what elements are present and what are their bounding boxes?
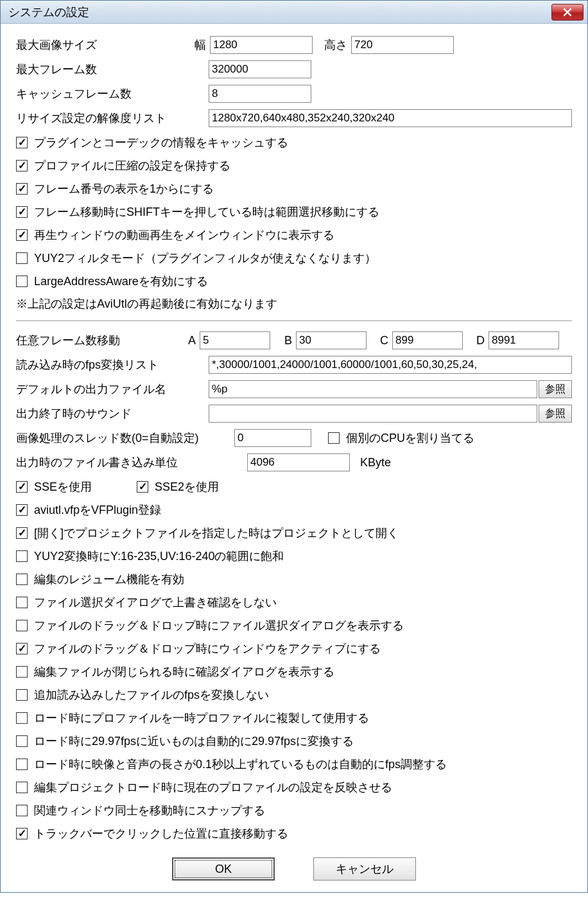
s1-cb-label-0[interactable]: プラグインとコーデックの情報をキャッシュする: [34, 135, 288, 150]
max-frames-input[interactable]: [209, 60, 311, 78]
ok-button[interactable]: OK: [172, 857, 275, 881]
s2-cb-checkbox-3[interactable]: [16, 574, 28, 585]
jump-c-label: C: [374, 334, 388, 347]
cpu-assign-label[interactable]: 個別のCPUを割り当てる: [346, 430, 474, 446]
browse-sound-button[interactable]: 参照: [539, 405, 572, 423]
s2-cb-checkbox-1[interactable]: [16, 527, 28, 539]
s2-cb-row-11: ロード時に映像と音声の長さが0.1秒以上ずれているものは自動的にfps調整する: [16, 755, 572, 774]
height-input[interactable]: [351, 36, 454, 54]
s1-cb-checkbox-5[interactable]: [16, 252, 28, 264]
section1-checkboxes: プラグインとコーデックの情報をキャッシュするプロファイルに圧縮の設定を保持するフ…: [16, 133, 572, 291]
jump-d-label: D: [471, 334, 485, 347]
sse2-checkbox[interactable]: [137, 481, 148, 493]
s1-cb-row-6: LargeAddressAwareを有効にする: [16, 272, 572, 291]
s1-cb-label-5[interactable]: YUY2フィルタモード（プラグインフィルタが使えなくなります）: [34, 250, 376, 266]
s2-cb-row-5: ファイルのドラッグ＆ドロップ時にファイル選択ダイアログを表示する: [16, 616, 572, 635]
jump-b-input[interactable]: [296, 331, 367, 349]
jump-b-label: B: [278, 334, 292, 347]
s2-cb-row-14: トラックバーでクリックした位置に直接移動する: [16, 824, 572, 843]
width-input[interactable]: [210, 36, 313, 54]
write-unit-input[interactable]: [247, 453, 350, 471]
s2-cb-checkbox-9[interactable]: [16, 712, 28, 724]
s2-cb-row-2: YUY2変換時にY:16-235,UV:16-240の範囲に飽和: [16, 547, 572, 566]
s2-cb-checkbox-0[interactable]: [16, 504, 28, 516]
cpu-assign-checkbox[interactable]: [328, 432, 340, 444]
s1-cb-label-3[interactable]: フレーム移動時にSHIFTキーを押している時は範囲選択移動にする: [34, 204, 379, 220]
s2-cb-checkbox-11[interactable]: [16, 759, 28, 770]
jump-a-input[interactable]: [200, 331, 270, 349]
s2-cb-checkbox-10[interactable]: [16, 735, 28, 747]
write-unit-label: 出力時のファイル書き込み単位: [16, 455, 247, 470]
s2-cb-row-9: ロード時にプロファイルを一時プロファイルに複製して使用する: [16, 708, 572, 728]
s2-cb-label-0[interactable]: aviutl.vfpをVFPlugin登録: [34, 502, 161, 518]
dialog-buttons: OK キャンセル: [16, 857, 572, 881]
jump-c-input[interactable]: [392, 331, 463, 349]
s2-cb-checkbox-13[interactable]: [16, 805, 28, 816]
s2-cb-label-12[interactable]: 編集プロジェクトロード時に現在のプロファイルの設定を反映させる: [34, 780, 392, 795]
jump-d-input[interactable]: [489, 331, 559, 349]
s2-cb-row-13: 関連ウィンドウ同士を移動時にスナップする: [16, 801, 572, 820]
s2-cb-label-3[interactable]: 編集のレジューム機能を有効: [34, 572, 184, 587]
jump-a-label: A: [182, 334, 196, 347]
sse2-label[interactable]: SSE2を使用: [155, 479, 219, 495]
close-icon: [563, 8, 572, 17]
fps-list-input[interactable]: [209, 356, 572, 374]
s1-cb-label-2[interactable]: フレーム番号の表示を1からにする: [34, 181, 214, 197]
s1-cb-row-4: 再生ウィンドウの動画再生をメインウィンドウに表示する: [16, 225, 572, 245]
s2-cb-row-6: ファイルのドラッグ＆ドロップ時にウィンドウをアクティブにする: [16, 639, 572, 658]
height-label: 高さ: [324, 37, 347, 53]
s2-cb-checkbox-14[interactable]: [16, 828, 28, 839]
width-label: 幅: [183, 37, 206, 53]
s2-cb-label-7[interactable]: 編集ファイルが閉じられる時に確認ダイアログを表示する: [34, 664, 334, 680]
s2-cb-checkbox-12[interactable]: [16, 782, 28, 793]
sse-checkbox[interactable]: [16, 481, 28, 493]
s2-cb-checkbox-7[interactable]: [16, 666, 28, 678]
s2-cb-label-14[interactable]: トラックバーでクリックした位置に直接移動する: [34, 826, 288, 841]
write-unit-suffix: KByte: [360, 456, 391, 469]
s2-cb-checkbox-5[interactable]: [16, 620, 28, 631]
default-output-input[interactable]: [209, 380, 537, 398]
s1-cb-checkbox-6[interactable]: [16, 276, 28, 287]
s1-cb-checkbox-1[interactable]: [16, 160, 28, 171]
cancel-button[interactable]: キャンセル: [313, 857, 416, 881]
sse-label[interactable]: SSEを使用: [34, 479, 137, 495]
s1-cb-label-4[interactable]: 再生ウィンドウの動画再生をメインウィンドウに表示する: [34, 227, 334, 243]
s2-cb-checkbox-4[interactable]: [16, 597, 28, 608]
section-divider: [16, 320, 572, 322]
s2-cb-label-5[interactable]: ファイルのドラッグ＆ドロップ時にファイル選択ダイアログを表示する: [34, 618, 404, 633]
settings-dialog: システムの設定 最大画像サイズ 幅 高さ 最大フレーム数 キャッシュフレーム数 …: [0, 0, 588, 893]
browse-output-button[interactable]: 参照: [539, 380, 572, 398]
s2-cb-label-13[interactable]: 関連ウィンドウ同士を移動時にスナップする: [34, 803, 265, 818]
end-sound-input[interactable]: [209, 405, 537, 423]
s2-cb-label-10[interactable]: ロード時に29.97fpsに近いものは自動的に29.97fpsに変換する: [34, 733, 354, 749]
s2-cb-checkbox-8[interactable]: [16, 689, 28, 701]
s2-cb-label-4[interactable]: ファイル選択ダイアログで上書き確認をしない: [34, 595, 277, 610]
s1-cb-label-1[interactable]: プロファイルに圧縮の設定を保持する: [34, 158, 230, 173]
s1-cb-checkbox-3[interactable]: [16, 206, 28, 218]
s2-cb-label-6[interactable]: ファイルのドラッグ＆ドロップ時にウィンドウをアクティブにする: [34, 641, 381, 656]
s1-cb-row-0: プラグインとコーデックの情報をキャッシュする: [16, 133, 572, 152]
s2-cb-checkbox-2[interactable]: [16, 550, 28, 562]
restart-note: ※上記の設定はAviUtlの再起動後に有効になります: [16, 296, 572, 311]
s2-cb-label-11[interactable]: ロード時に映像と音声の長さが0.1秒以上ずれているものは自動的にfps調整する: [34, 757, 447, 772]
s2-cb-label-9[interactable]: ロード時にプロファイルを一時プロファイルに複製して使用する: [34, 710, 369, 726]
section2-checkboxes: aviutl.vfpをVFPlugin登録[開く]でプロジェクトファイルを指定し…: [16, 500, 572, 843]
s2-cb-row-3: 編集のレジューム機能を有効: [16, 570, 572, 589]
fps-list-label: 読み込み時のfps変換リスト: [16, 357, 209, 373]
s2-cb-label-8[interactable]: 追加読み込みしたファイルのfpsを変換しない: [34, 687, 269, 703]
resize-list-input[interactable]: [209, 109, 572, 127]
s1-cb-checkbox-0[interactable]: [16, 137, 28, 148]
jump-frames-label: 任意フレーム数移動: [16, 333, 182, 348]
titlebar: システムの設定: [1, 1, 587, 24]
s1-cb-checkbox-4[interactable]: [16, 229, 28, 241]
threads-input[interactable]: [234, 429, 311, 447]
close-button[interactable]: [551, 4, 584, 21]
cache-frames-label: キャッシュフレーム数: [16, 86, 209, 101]
cache-frames-input[interactable]: [209, 85, 311, 103]
s1-cb-label-6[interactable]: LargeAddressAwareを有効にする: [34, 274, 208, 289]
dialog-content: 最大画像サイズ 幅 高さ 最大フレーム数 キャッシュフレーム数 リサイズ設定の解…: [1, 24, 587, 892]
s2-cb-checkbox-6[interactable]: [16, 643, 28, 654]
s1-cb-checkbox-2[interactable]: [16, 183, 28, 195]
s2-cb-label-1[interactable]: [開く]でプロジェクトファイルを指定した時はプロジェクトとして開く: [34, 525, 399, 541]
s2-cb-label-2[interactable]: YUY2変換時にY:16-235,UV:16-240の範囲に飽和: [34, 548, 284, 564]
